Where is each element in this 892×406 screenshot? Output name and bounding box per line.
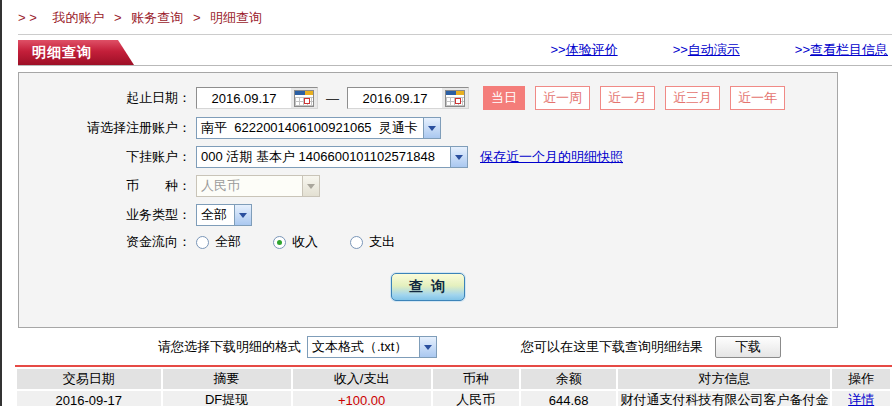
detail-link[interactable]: 详情 [848, 392, 874, 406]
biz-type-label: 业务类型： [19, 206, 191, 224]
flow-option-income[interactable]: 收入 [273, 233, 318, 251]
query-form-panel: 起止日期： — 当日 近一周 近一月 近三月 近一年 请选择注册账户： 南平 6… [18, 72, 838, 328]
col-header-summary: 摘要 [163, 369, 291, 389]
cell-counterparty: 财付通支付科技有限公司客户备付金 [618, 391, 830, 406]
col-header-amount: 收入/支出 [293, 369, 431, 389]
download-format-select[interactable]: 文本格式（.txt） [307, 336, 437, 358]
currency-select: 人民币 [196, 175, 320, 197]
download-hint: 您可以在这里下载查询明细结果 [521, 338, 703, 356]
dropdown-arrow-icon[interactable] [234, 205, 251, 225]
register-account-select[interactable]: 南平 6222001406100921065 灵通卡 [196, 117, 441, 139]
fund-flow-row: 资金流向： 全部 收入 支出 [19, 233, 837, 251]
date-range-row: 起止日期： — 当日 近一周 近一月 近三月 近一年 [19, 86, 837, 110]
query-button[interactable]: 查 询 [391, 273, 465, 301]
flow-option-expense[interactable]: 支出 [350, 233, 395, 251]
date-to-input[interactable] [348, 88, 442, 108]
cell-balance: 644.68 [521, 391, 616, 406]
radio-checked-icon[interactable] [273, 236, 286, 249]
dropdown-arrow-icon [302, 176, 319, 196]
dropdown-arrow-icon[interactable] [423, 118, 440, 138]
biz-type-row: 业务类型： 全部 [19, 204, 837, 226]
col-header-counterparty: 对方信息 [618, 369, 830, 389]
tab-row: 明细查询 >>体验评价 >>自动演示 >>查看栏目信息 [18, 40, 892, 66]
save-snapshot-link[interactable]: 保存近一个月的明细快照 [480, 148, 623, 166]
link-experience-rating[interactable]: >>体验评价 [550, 41, 617, 59]
quick-range-3months-button[interactable]: 近三月 [665, 86, 720, 110]
cell-amount: +100.00 [293, 391, 431, 406]
date-separator: — [326, 91, 339, 106]
tab-detail-query[interactable]: 明细查询 [18, 40, 134, 65]
cell-summary: DF提现 [163, 391, 291, 406]
link-auto-demo[interactable]: >>自动演示 [673, 41, 740, 59]
date-from-input[interactable] [197, 88, 291, 108]
sub-account-label: 下挂账户： [19, 148, 191, 166]
currency-label: 币 种： [19, 177, 191, 195]
table-header-row: 交易日期 摘要 收入/支出 币种 余额 对方信息 操作 [17, 369, 890, 389]
page-left-edge [0, 0, 2, 406]
register-account-label: 请选择注册账户： [19, 119, 191, 137]
col-header-date: 交易日期 [17, 369, 161, 389]
date-from-box [196, 87, 318, 109]
calendar-icon[interactable] [445, 90, 465, 107]
sub-account-select[interactable]: 000 活期 基本户 1406600101102571848 [196, 146, 468, 168]
register-account-row: 请选择注册账户： 南平 6222001406100921065 灵通卡 [19, 117, 837, 139]
breadcrumb-item-my-account[interactable]: 我的账户 [52, 10, 104, 25]
biz-type-select[interactable]: 全部 [196, 204, 252, 226]
col-header-action: 操作 [832, 369, 890, 389]
results-table: 交易日期 摘要 收入/支出 币种 余额 对方信息 操作 2016-09-17 D… [15, 367, 892, 406]
table-row: 2016-09-17 DF提现 +100.00 人民币 644.68 财付通支付… [17, 391, 890, 406]
page-root: > > 我的账户 > 账务查询 > 明细查询 明细查询 >>体验评价 >>自动演… [0, 0, 892, 406]
top-links: >>体验评价 >>自动演示 >>查看栏目信息 [550, 41, 888, 65]
calendar-icon[interactable] [294, 90, 314, 107]
sub-account-row: 下挂账户： 000 活期 基本户 1406600101102571848 保存近… [19, 146, 837, 168]
download-format-label: 请您选择下载明细的格式 [158, 338, 301, 356]
date-range-label: 起止日期： [19, 89, 191, 107]
radio-icon[interactable] [350, 236, 363, 249]
breadcrumb-item-detail-query: 明细查询 [210, 10, 262, 25]
download-button[interactable]: 下载 [715, 336, 781, 358]
breadcrumb-separator: > [193, 10, 201, 25]
radio-icon[interactable] [196, 236, 209, 249]
breadcrumb-divider [18, 34, 892, 35]
breadcrumb-item-account-query[interactable]: 账务查询 [131, 10, 183, 25]
cell-date: 2016-09-17 [17, 391, 161, 406]
currency-row: 币 种： 人民币 [19, 175, 837, 197]
col-header-balance: 余额 [521, 369, 616, 389]
breadcrumb-prefix: > > [18, 10, 37, 25]
flow-option-all[interactable]: 全部 [196, 233, 241, 251]
breadcrumb-separator: > [114, 10, 122, 25]
download-row: 请您选择下载明细的格式 文本格式（.txt） 您可以在这里下载查询明细结果 下载 [18, 335, 892, 359]
date-to-box [347, 87, 469, 109]
dropdown-arrow-icon[interactable] [450, 147, 467, 167]
breadcrumb: > > 我的账户 > 账务查询 > 明细查询 [18, 0, 892, 27]
col-header-currency: 币种 [433, 369, 519, 389]
dropdown-arrow-icon[interactable] [419, 337, 436, 357]
fund-flow-label: 资金流向： [19, 233, 191, 251]
quick-range-year-button[interactable]: 近一年 [730, 86, 785, 110]
cell-currency: 人民币 [433, 391, 519, 406]
tab-title: 明细查询 [32, 44, 92, 60]
cell-action: 详情 [832, 391, 890, 406]
quick-range-today-button[interactable]: 当日 [483, 86, 525, 110]
quick-range-week-button[interactable]: 近一周 [535, 86, 590, 110]
quick-range-month-button[interactable]: 近一月 [600, 86, 655, 110]
link-view-column-info[interactable]: >>查看栏目信息 [795, 41, 888, 59]
